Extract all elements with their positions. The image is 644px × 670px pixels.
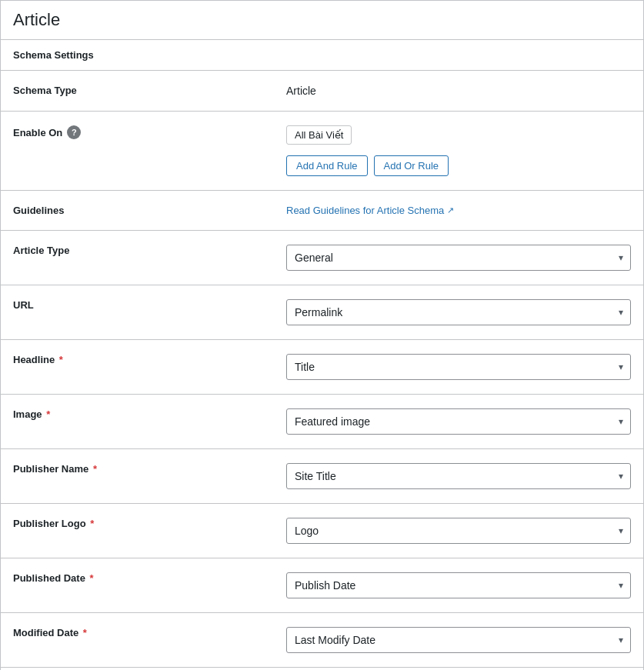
- field-label-enable-on: Enable On ?: [1, 112, 274, 191]
- field-label-image: Image *: [1, 395, 274, 449]
- guidelines-link[interactable]: Read Guidelines for Article Schema ↗: [286, 205, 631, 216]
- publisher-name-select-wrapper: Site Title ▾: [286, 463, 631, 489]
- required-star: *: [90, 518, 94, 529]
- modified-date-select-wrapper: Last Modify Date ▾: [286, 627, 631, 653]
- table-row: Image * Featured image ▾: [1, 395, 643, 449]
- article-type-select[interactable]: General NewsArticle BlogPosting: [286, 245, 631, 271]
- help-icon[interactable]: ?: [67, 125, 81, 139]
- table-row: Author Name * Author name ▾: [1, 668, 643, 671]
- table-row: Enable On ? All Bài Viết Add And Rule Ad…: [1, 112, 643, 191]
- table-row: Publisher Name * Site Title ▾: [1, 449, 643, 504]
- enable-on-label-container: Enable On ?: [13, 125, 262, 139]
- table-row: Guidelines Read Guidelines for Article S…: [1, 191, 643, 231]
- enable-on-tag: All Bài Viết: [286, 125, 352, 145]
- field-value-headline: Title ▾: [274, 340, 643, 395]
- page-title: Article: [1, 1, 643, 40]
- url-select-wrapper: Permalink ▾: [286, 299, 631, 325]
- article-type-select-wrapper: General NewsArticle BlogPosting ▾: [286, 245, 631, 271]
- field-label-published-date: Published Date *: [1, 558, 274, 613]
- published-date-select[interactable]: Publish Date: [286, 572, 631, 598]
- button-row: Add And Rule Add Or Rule: [286, 155, 631, 176]
- field-value-guidelines: Read Guidelines for Article Schema ↗: [274, 191, 643, 231]
- table-row: Schema Type Article: [1, 71, 643, 112]
- image-select-wrapper: Featured image ▾: [286, 408, 631, 435]
- field-label-article-type: Article Type: [1, 231, 274, 285]
- form-table: Schema Type Article Enable On ? All Bài …: [1, 71, 643, 670]
- table-row: Headline * Title ▾: [1, 340, 643, 395]
- field-label-guidelines: Guidelines: [1, 191, 274, 231]
- field-value-modified-date: Last Modify Date ▾: [274, 613, 643, 668]
- field-value-publisher-logo: Logo ▾: [274, 504, 643, 558]
- page-wrapper: Article Schema Settings Schema Type Arti…: [0, 0, 644, 670]
- add-and-rule-button[interactable]: Add And Rule: [286, 155, 368, 176]
- table-row: Published Date * Publish Date ▾: [1, 558, 643, 613]
- published-date-select-wrapper: Publish Date ▾: [286, 572, 631, 598]
- table-row: Publisher Logo * Logo ▾: [1, 504, 643, 558]
- required-star: *: [83, 627, 87, 638]
- publisher-logo-select[interactable]: Logo: [286, 518, 631, 544]
- schema-settings-header: Schema Settings: [1, 40, 643, 71]
- field-label-schema-type: Schema Type: [1, 71, 274, 112]
- schema-type-value: Article: [286, 85, 316, 97]
- field-value-image: Featured image ▾: [274, 395, 643, 449]
- image-select[interactable]: Featured image: [286, 408, 631, 435]
- external-link-icon: ↗: [447, 205, 454, 215]
- modified-date-select[interactable]: Last Modify Date: [286, 627, 631, 653]
- required-star: *: [59, 354, 63, 365]
- required-star: *: [90, 572, 94, 584]
- guidelines-link-text: Read Guidelines for Article Schema: [286, 205, 444, 216]
- publisher-name-select[interactable]: Site Title: [286, 463, 631, 489]
- required-star: *: [46, 408, 50, 420]
- section-header-text: Schema Settings: [13, 49, 94, 61]
- field-label-publisher-name: Publisher Name *: [1, 449, 274, 504]
- required-star: *: [93, 463, 97, 475]
- url-select[interactable]: Permalink: [286, 299, 631, 325]
- field-label-author-name: Author Name *: [1, 668, 274, 671]
- field-value-author-name: Author name ▾: [274, 668, 643, 671]
- field-label-modified-date: Modified Date *: [1, 613, 274, 668]
- field-label-publisher-logo: Publisher Logo *: [1, 504, 274, 558]
- field-value-schema-type: Article: [274, 71, 643, 112]
- publisher-logo-select-wrapper: Logo ▾: [286, 518, 631, 544]
- headline-select[interactable]: Title: [286, 354, 631, 380]
- table-row: URL Permalink ▾: [1, 285, 643, 340]
- field-value-publisher-name: Site Title ▾: [274, 449, 643, 504]
- table-row: Modified Date * Last Modify Date ▾: [1, 613, 643, 668]
- headline-select-wrapper: Title ▾: [286, 354, 631, 380]
- field-label-headline: Headline *: [1, 340, 274, 395]
- field-value-url: Permalink ▾: [274, 285, 643, 340]
- field-value-published-date: Publish Date ▾: [274, 558, 643, 613]
- field-label-url: URL: [1, 285, 274, 340]
- field-value-article-type: General NewsArticle BlogPosting ▾: [274, 231, 643, 285]
- page-title-text: Article: [13, 10, 60, 29]
- enable-on-container: All Bài Viết Add And Rule Add Or Rule: [286, 125, 631, 176]
- table-row: Article Type General NewsArticle BlogPos…: [1, 231, 643, 285]
- field-value-enable-on: All Bài Viết Add And Rule Add Or Rule: [274, 112, 643, 191]
- add-or-rule-button[interactable]: Add Or Rule: [374, 155, 449, 176]
